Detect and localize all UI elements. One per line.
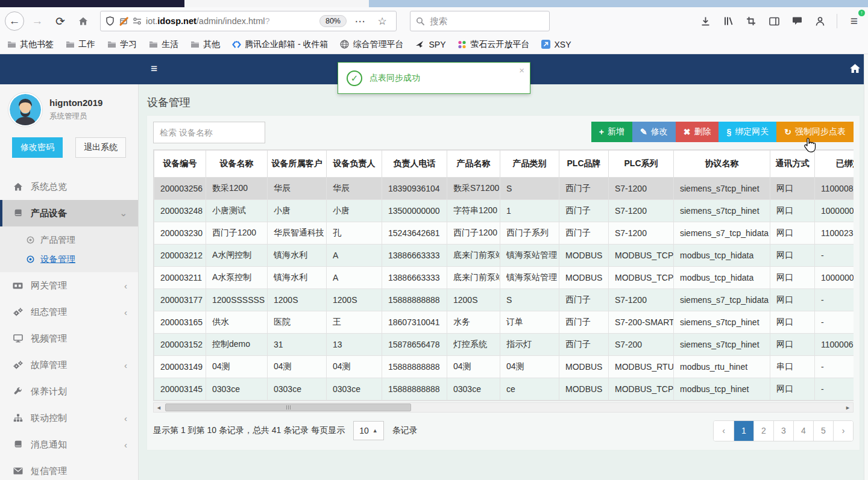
search-bar[interactable]: 搜索 — [410, 11, 550, 31]
sidebar-subitem-产品管理[interactable]: 产品管理 — [0, 230, 138, 249]
table-cell: 王 — [327, 311, 382, 334]
table-row[interactable]: 200003165供水医院王18607310041水务订单西门子S7-200-S… — [154, 311, 854, 334]
reload-icon[interactable]: ⟳ — [51, 11, 70, 31]
gears-icon — [13, 308, 23, 316]
record-summary: 显示第 1 到第 10 条记录，总共 41 条记录 每页显示 10▲ 条记录 — [153, 421, 418, 440]
bookmark-item[interactable]: 综合管理平台 — [340, 39, 403, 50]
sidebar-item-产品设备[interactable]: 产品设备⌄ — [0, 200, 138, 226]
column-header[interactable]: 已绑定网关 — [815, 151, 854, 178]
table-cell: 1200S — [447, 289, 500, 311]
column-header[interactable]: 产品名称 — [447, 151, 500, 178]
column-header[interactable]: 产品类别 — [500, 151, 559, 178]
scroll-left-icon[interactable]: ◄ — [154, 403, 164, 412]
nav-buttons: ← → ⟳ — [5, 11, 93, 31]
sidebar-item-系统总览[interactable]: 系统总览 — [0, 173, 138, 200]
change-password-button[interactable]: 修改密码 — [12, 137, 63, 158]
table-row[interactable]: 200003248小唐测试小唐小唐13500000000字符串12001西门子S… — [154, 200, 854, 222]
删除-button[interactable]: ✖删除 — [676, 122, 719, 142]
pager-page-2[interactable]: 2 — [753, 421, 773, 441]
avatar[interactable] — [8, 93, 42, 126]
toast-close-icon[interactable]: × — [519, 65, 524, 75]
home-icon[interactable] — [74, 11, 93, 31]
column-header[interactable]: 负责人电话 — [382, 151, 447, 178]
table-row[interactable]: 2000031450303ce0303ce0303ce1588888888803… — [154, 378, 854, 401]
library-icon[interactable] — [719, 12, 737, 30]
bookmark-item[interactable]: 腾讯企业邮箱 - 收件箱 — [232, 39, 328, 50]
column-header[interactable]: 设备编号 — [154, 151, 206, 178]
messages-icon[interactable] — [788, 12, 806, 30]
more-actions-icon[interactable]: ⋯ — [351, 12, 369, 30]
sidebar-item-视频管理[interactable]: 视频管理 — [0, 325, 138, 352]
sidebar-item-网关管理[interactable]: 网关管理‹ — [0, 272, 138, 299]
bookmark-item[interactable]: 工作 — [66, 39, 95, 50]
table-cell: 1100008 — [815, 178, 854, 200]
pager-page-1[interactable]: 1 — [734, 421, 753, 441]
blocked-permission-icon[interactable] — [119, 16, 128, 26]
sidebar-collapse-icon[interactable]: ≡ — [151, 62, 157, 75]
zoom-badge[interactable]: 80% — [319, 15, 347, 27]
bookmark-item[interactable]: 萤石云开放平台 — [458, 39, 529, 50]
back-icon[interactable]: ← — [5, 11, 24, 31]
column-header[interactable]: 协议名称 — [674, 151, 770, 178]
pager-next[interactable]: › — [833, 421, 853, 441]
bookmark-item[interactable]: 学习 — [107, 39, 137, 50]
新增-button[interactable]: +新增 — [591, 122, 632, 142]
sidebar-item-短信管理[interactable]: 短信管理 — [0, 458, 138, 480]
table-row[interactable]: 200003211A水泵控制镇海水利A13886663333底来门前泵站镇海泵站… — [154, 267, 854, 289]
table-cell: 04测 — [206, 356, 268, 378]
column-header[interactable]: 设备所属客户 — [268, 151, 327, 178]
table-row[interactable]: 200003152控制demo311315878656478灯控系统指示灯西门子… — [154, 334, 854, 356]
table-row[interactable]: 2000031771200SSSSSS1200S1200S15888888888… — [154, 289, 854, 311]
folder-icon — [149, 40, 158, 48]
pager-page-4[interactable]: 4 — [793, 421, 813, 441]
app-home-icon[interactable] — [849, 63, 861, 73]
bookmark-star-icon[interactable]: ☆ — [373, 12, 391, 30]
scrollbar-thumb[interactable] — [165, 404, 411, 411]
device-search-input[interactable] — [153, 122, 265, 143]
forward-icon[interactable]: → — [28, 11, 47, 31]
url-text[interactable]: iot.idosp.net/admin/index.html? — [146, 16, 315, 26]
bookmark-item[interactable]: 生活 — [149, 39, 178, 50]
page-size-select[interactable]: 10▲ — [353, 421, 384, 440]
sidebar-item-保养计划[interactable]: 保养计划 — [0, 378, 138, 405]
pager-page-3[interactable]: 3 — [773, 421, 793, 441]
table-row[interactable]: 20000314904测04测04测1588888888804测04测MODBU… — [154, 356, 854, 378]
column-header[interactable]: PLC系列 — [609, 151, 674, 178]
pager-prev[interactable]: ‹ — [714, 421, 734, 441]
bookmark-item[interactable]: 其他 — [190, 39, 220, 50]
horizontal-scrollbar[interactable]: ◄ ► — [153, 402, 854, 413]
绑定网关-button[interactable]: §绑定网关 — [719, 122, 776, 142]
download-icon[interactable] — [696, 12, 714, 30]
permissions-icon[interactable] — [133, 17, 142, 25]
window-scrollbar[interactable] — [864, 54, 868, 480]
table-row[interactable]: 200003212A水闸控制镇海水利A13886663333底来门前泵站镇海泵站… — [154, 245, 854, 267]
shield-icon[interactable] — [105, 16, 115, 26]
pager-page-5[interactable]: 5 — [813, 421, 833, 441]
sidebar-subitem-设备管理[interactable]: 设备管理 — [0, 249, 138, 269]
table-cell: siemens_s7tcp_hinet — [674, 178, 770, 200]
logout-button[interactable]: 退出系统 — [75, 137, 126, 158]
column-header[interactable]: 设备负责人 — [327, 151, 382, 178]
sidebar-item-消息通知[interactable]: 消息通知‹ — [0, 431, 138, 458]
bookmark-item[interactable]: XSY — [541, 40, 571, 49]
toolbar-divider — [837, 14, 837, 28]
table-row[interactable]: 200003256数采1200华辰华辰18390936104数采S71200S西… — [154, 178, 854, 200]
sidebar-item-联动控制[interactable]: 联动控制‹ — [0, 405, 138, 431]
bookmark-item[interactable]: 其他书签 — [7, 39, 54, 50]
column-header[interactable]: PLC品牌 — [559, 151, 609, 178]
table-row[interactable]: 200003230西门子1200华辰智通科技孔15243642681西门子120… — [154, 222, 854, 245]
强制同步点表-button[interactable]: ↻强制同步点表 — [776, 122, 854, 142]
column-header[interactable]: 设备名称 — [206, 151, 268, 178]
column-header[interactable]: 通讯方式 — [770, 151, 815, 178]
修改-button[interactable]: ✎修改 — [632, 122, 676, 142]
url-bar[interactable]: iot.idosp.net/admin/index.html? 80% ⋯ ☆ — [100, 11, 397, 31]
screenshot-icon[interactable] — [742, 12, 760, 30]
sidebar-toggle-icon[interactable] — [765, 12, 783, 30]
bookmark-item[interactable]: SPY — [415, 40, 445, 49]
sidebar-item-故障管理[interactable]: 故障管理‹ — [0, 352, 138, 378]
app-menu-icon[interactable]: ≡↑ — [845, 12, 863, 30]
scroll-right-icon[interactable]: ► — [843, 403, 853, 412]
account-icon[interactable] — [811, 12, 829, 30]
window-tabstrip — [0, 0, 868, 7]
sidebar-item-组态管理[interactable]: 组态管理‹ — [0, 299, 138, 325]
